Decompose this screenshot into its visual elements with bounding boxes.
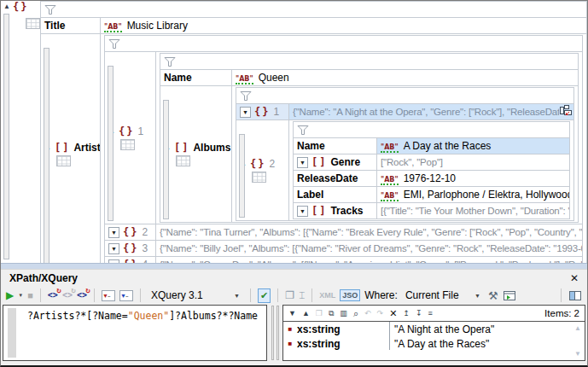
table-view-icon[interactable] — [176, 155, 190, 166]
genre-preview-cell[interactable]: ["Rock", "Pop"] — [377, 154, 570, 171]
word-wrap-icon[interactable]: ≡ — [428, 310, 432, 317]
expression-editor[interactable]: ?Artists?*[?Name="Queen"]?Albums?*?Name — [3, 305, 267, 361]
collapse-triangle-icon[interactable]: ▲ — [3, 3, 10, 10]
filter-row[interactable] — [160, 54, 579, 70]
result-row[interactable]: ■ xs:string "A Night at the Opera" — [283, 322, 585, 336]
array-icon[interactable]: [] — [55, 143, 70, 153]
filter-row[interactable] — [236, 88, 574, 104]
table-view-icon[interactable] — [252, 172, 266, 183]
album-1-preview-cell[interactable]: {"Name": "A Night at the Opera", "Genre"… — [289, 104, 574, 120]
album-1-node-cell[interactable]: ▼ {} 1 — [236, 104, 289, 120]
album-name-key-cell[interactable]: Name — [294, 138, 377, 154]
show-header-icon[interactable]: ❐ — [285, 289, 294, 301]
artist-2-node-cell[interactable]: ▼ {} 2 — [105, 224, 156, 241]
label-value-cell[interactable]: "AB"EMI, Parlophone / Elektra, Hollywood — [377, 187, 570, 203]
artist-1-node-cell[interactable]: ▲ {} 1 — [105, 52, 156, 224]
xquery-expression[interactable]: ?Artists?*[?Name="Queen"]?Albums?*?Name — [27, 310, 258, 322]
run-button[interactable]: ▶ — [6, 290, 14, 300]
language-select[interactable]: XQuery 3.1 ▼ — [148, 288, 243, 303]
close-icon[interactable]: ✕ — [570, 273, 579, 283]
expand-dropdown-icon[interactable]: ▼ — [297, 157, 308, 168]
array-icon[interactable]: [] — [311, 206, 327, 216]
string-type-icon[interactable]: "AB" — [104, 23, 122, 32]
stop-button[interactable]: ■ — [27, 291, 33, 300]
start-evaluation-icon[interactable]: <>↻ — [48, 291, 58, 300]
breakpoint-icon[interactable]: ▼-- — [102, 290, 115, 301]
scrollbar-up-icon[interactable]: ▲ — [574, 324, 581, 332]
expand-dropdown-icon[interactable]: ▼ — [297, 206, 308, 217]
horizontal-scrollbar[interactable] — [1, 263, 587, 269]
title-value-cell[interactable]: "AB"Music Library — [101, 18, 587, 34]
albums-node-cell[interactable]: ▲ [] Albums — [160, 86, 232, 223]
filter-row[interactable] — [105, 36, 583, 52]
tracks-preview-cell[interactable]: [{"Title": "Tie Your Mother Down", "Dura… — [377, 203, 570, 219]
album-name-value-cell[interactable]: "AB"A Day at the Races — [377, 138, 570, 154]
filter-funnel-icon[interactable] — [108, 39, 120, 49]
clear-results-icon[interactable]: ✕ — [389, 309, 397, 318]
run-in-window-icon[interactable] — [503, 290, 516, 301]
artist-3-preview-cell[interactable]: {"Name": "Billy Joel", "Albums": [{"Name… — [156, 241, 583, 257]
run-options-dropdown-icon[interactable]: ▼ — [18, 293, 23, 298]
artist-3-node-cell[interactable]: ▼ {} 3 — [105, 241, 156, 257]
array-icon[interactable]: [] — [311, 157, 327, 167]
expand-dropdown-icon[interactable]: ▼ — [108, 227, 119, 238]
filter-row[interactable] — [294, 122, 570, 138]
array-icon[interactable]: [] — [174, 143, 189, 153]
label-key-cell[interactable]: Label — [294, 187, 377, 203]
table-view-icon[interactable] — [26, 18, 40, 29]
object-icon[interactable]: {} — [250, 159, 265, 169]
object-icon[interactable]: {} — [119, 126, 134, 137]
releasedate-value-cell[interactable]: "AB"1976-12-10 — [377, 171, 570, 187]
xml-mode-toggle[interactable]: XML — [319, 291, 335, 300]
collapse-bar[interactable] — [163, 100, 169, 219]
collapse-bar[interactable] — [3, 14, 9, 259]
string-type-icon[interactable]: "AB" — [381, 176, 399, 185]
string-type-icon[interactable]: "AB" — [381, 143, 399, 153]
step-evaluation-icon[interactable]: <>↻ — [62, 291, 73, 300]
genre-key-cell[interactable]: ▼ [] Genre — [294, 154, 377, 171]
show-results-toggle[interactable]: ✔ — [258, 288, 271, 303]
artists-node-cell[interactable]: ▲ [] Artists — [41, 34, 101, 264]
scroll-to-top-icon[interactable]: ↥ — [403, 310, 410, 317]
artist-2-preview-cell[interactable]: {"Name": "Tina Turner", "Albums": [{"Nam… — [156, 224, 583, 241]
tracks-key-cell[interactable]: ▼ [] Tracks — [294, 203, 377, 219]
string-type-icon[interactable]: "AB" — [381, 192, 399, 201]
filter-funnel-icon[interactable] — [240, 91, 252, 101]
object-icon[interactable]: {} — [254, 107, 270, 117]
filter-funnel-icon[interactable] — [297, 125, 309, 135]
expand-dropdown-icon[interactable]: ▼ — [240, 107, 251, 118]
artist-4-node-cell[interactable]: ▼ {} 4 — [105, 257, 156, 264]
object-icon[interactable]: {} — [13, 2, 28, 12]
name-key-cell[interactable]: Name — [160, 70, 232, 86]
expand-dropdown-icon[interactable]: ▼ — [108, 243, 119, 254]
tracepoint-icon[interactable]: ▼-- — [119, 290, 133, 301]
goto-next-icon[interactable]: ↷ — [377, 310, 384, 317]
evaluate-on-edit-icon[interactable]: <>↻ — [77, 291, 87, 300]
dock-panel-icon[interactable] — [568, 290, 582, 301]
result-row[interactable]: ■ xs:string "A Day at the Races" — [283, 336, 585, 351]
artist-4-preview-cell[interactable]: {"Name": "Green Day", "Albums": [{"Name"… — [156, 257, 583, 264]
sort-ascending-icon[interactable]: ▲ — [302, 310, 310, 317]
table-view-icon[interactable] — [120, 139, 135, 150]
sort-descending-icon[interactable]: ▼ — [288, 310, 296, 317]
releasedate-key-cell[interactable]: ReleaseDate — [294, 171, 377, 187]
name-value-cell[interactable]: "AB"Queen — [232, 70, 579, 86]
filter-funnel-icon[interactable] — [44, 5, 56, 15]
copy-all-icon[interactable]: ⧉ — [329, 310, 334, 317]
scrollbar-down-icon[interactable]: ▼ — [574, 350, 581, 358]
filter-funnel-icon[interactable] — [164, 57, 176, 67]
filter-row[interactable] — [41, 2, 587, 18]
collapse-bar[interactable] — [108, 66, 114, 221]
title-key-cell[interactable]: Title — [41, 18, 101, 34]
collapse-bar[interactable] — [44, 48, 49, 263]
object-icon[interactable]: {} — [123, 227, 138, 237]
collapse-bar[interactable] — [239, 134, 245, 218]
settings-tools-icon[interactable]: ⚒ — [488, 289, 498, 302]
string-type-icon[interactable]: "AB" — [236, 75, 253, 84]
search-icon[interactable]: ⌕ — [353, 309, 358, 318]
scroll-to-bottom-icon[interactable]: ↧ — [416, 310, 422, 317]
json-mode-toggle[interactable]: JSO — [340, 289, 360, 301]
album-2-node-cell[interactable]: ▲ {} 2 — [236, 120, 289, 221]
copy-icon[interactable]: ❐ — [316, 310, 323, 317]
panel-splitter[interactable] — [267, 305, 282, 361]
